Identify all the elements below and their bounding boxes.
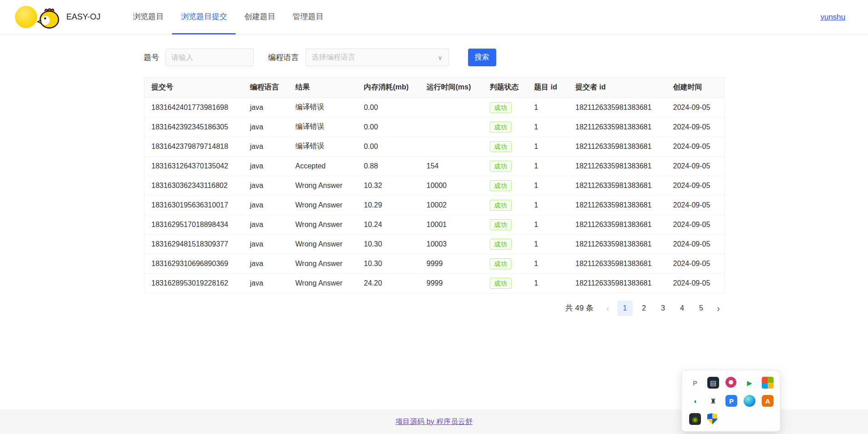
result-value: Wrong Answer xyxy=(296,201,343,209)
security-shield-icon[interactable] xyxy=(707,413,717,424)
cell-time: 154 xyxy=(419,156,483,176)
table-row[interactable]: 1831628953019228162 java Wrong Answer 24… xyxy=(144,273,724,293)
submitter-id-value: 1821126335981383681 xyxy=(576,260,652,267)
cell-memory: 10.32 xyxy=(357,176,419,195)
table-row[interactable]: 1831630362343116802 java Wrong Answer 10… xyxy=(144,176,724,195)
created-time-value: 2024-09-05 xyxy=(673,162,710,170)
cell-status: 成功 xyxy=(483,254,527,273)
cell-status: 成功 xyxy=(483,215,527,234)
cell-submitter-id: 1821126335981383681 xyxy=(568,98,666,117)
cell-submitter-id: 1821126335981383681 xyxy=(568,234,666,254)
problem-id-input[interactable] xyxy=(166,49,254,66)
pink-ring-icon[interactable] xyxy=(725,377,736,388)
dark-terminal-icon[interactable]: ▤ xyxy=(707,377,719,389)
green-play-icon[interactable]: ▶ xyxy=(744,377,755,389)
table-row[interactable]: 1831629310696890369 java Wrong Answer 10… xyxy=(144,254,724,273)
user-link[interactable]: yunshu xyxy=(820,13,845,22)
cell-submission-id: 1831631264370135042 xyxy=(144,156,243,176)
table-row[interactable]: 1831629517018898434 java Wrong Answer 10… xyxy=(144,215,724,234)
cell-result: 编译错误 xyxy=(288,98,357,117)
col-memory: 内存消耗(mb) xyxy=(357,78,419,98)
memory-value: 0.00 xyxy=(364,104,378,111)
cell-result: Wrong Answer xyxy=(288,273,357,293)
blue-p-app-icon[interactable]: P xyxy=(725,395,737,407)
memory-value: 10.29 xyxy=(364,201,382,209)
chicken-mascot-icon xyxy=(36,5,61,30)
cell-status: 成功 xyxy=(483,176,527,195)
language-value: java xyxy=(250,104,263,111)
cell-memory: 10.30 xyxy=(357,234,419,254)
prev-page-icon[interactable]: ‹ xyxy=(602,301,614,316)
cell-submitter-id: 1821126335981383681 xyxy=(568,117,666,137)
cell-memory: 0.00 xyxy=(357,137,419,156)
problem-id-value: 1 xyxy=(534,162,538,170)
cell-submission-id: 1831642401773981698 xyxy=(144,98,243,117)
cell-time xyxy=(419,137,483,156)
created-time-value: 2024-09-05 xyxy=(673,201,710,209)
table-row[interactable]: 1831631264370135042 java Accepted 0.88 1… xyxy=(144,156,724,176)
cell-language: java xyxy=(243,117,288,137)
nav-browse-submissions[interactable]: 浏览题目提交 xyxy=(172,0,236,35)
submission-id-value: 1831630362343116802 xyxy=(152,182,228,189)
cell-submitter-id: 1821126335981383681 xyxy=(568,195,666,215)
memory-value: 10.30 xyxy=(364,240,382,248)
language-select[interactable]: 选择编程语言 ∨ xyxy=(306,49,449,66)
cell-status: 成功 xyxy=(483,98,527,117)
table-row[interactable]: 1831642379879714818 java 编译错误 0.00 成功 1 … xyxy=(144,137,724,156)
submitter-id-value: 1821126335981383681 xyxy=(576,182,652,189)
cell-submission-id: 1831642379879714818 xyxy=(144,137,243,156)
table-row[interactable]: 1831642401773981698 java 编译错误 0.00 成功 1 … xyxy=(144,98,724,117)
nav-create-problem[interactable]: 创建题目 xyxy=(236,0,284,35)
orange-a-app-icon[interactable]: A xyxy=(762,395,774,407)
cell-time: 10001 xyxy=(419,215,483,234)
cell-created: 2024-09-05 xyxy=(666,195,724,215)
search-button[interactable]: 搜索 xyxy=(468,49,496,66)
cell-status: 成功 xyxy=(483,156,527,176)
submitter-id-value: 1821126335981383681 xyxy=(576,279,652,287)
result-value: 编译错误 xyxy=(296,123,325,130)
time-value: 9999 xyxy=(427,279,443,287)
page-2-button[interactable]: 2 xyxy=(636,301,652,316)
cell-language: java xyxy=(243,98,288,117)
nvidia-settings-icon[interactable]: ◉ xyxy=(689,413,701,425)
cell-created: 2024-09-05 xyxy=(666,117,724,137)
problem-id-value: 1 xyxy=(534,279,538,287)
language-select-placeholder: 选择编程语言 xyxy=(312,53,355,62)
next-page-icon[interactable]: › xyxy=(713,301,725,316)
page-5-button[interactable]: 5 xyxy=(694,301,709,316)
submitter-id-value: 1821126335981383681 xyxy=(576,104,652,111)
table-row[interactable]: 1831642392345186305 java 编译错误 0.00 成功 1 … xyxy=(144,117,724,137)
memory-value: 0.88 xyxy=(364,162,378,170)
nav-browse-problems[interactable]: 浏览题目 xyxy=(124,0,172,35)
time-value: 10001 xyxy=(427,221,447,228)
cell-submitter-id: 1821126335981383681 xyxy=(568,273,666,293)
language-value: java xyxy=(250,182,263,189)
submission-id-value: 1831642379879714818 xyxy=(152,143,228,150)
cell-result: Wrong Answer xyxy=(288,176,357,195)
col-time: 运行时间(ms) xyxy=(419,78,483,98)
page-1-button[interactable]: 1 xyxy=(617,301,633,316)
brand-title: EASY-OJ xyxy=(66,12,100,22)
page-4-button[interactable]: 4 xyxy=(675,301,690,316)
chevron-down-icon: ∨ xyxy=(438,54,442,61)
cell-result: Wrong Answer xyxy=(288,234,357,254)
result-value: Wrong Answer xyxy=(296,221,343,228)
blue-swirl-icon[interactable]: ◖ xyxy=(689,395,701,407)
cell-result: Wrong Answer xyxy=(288,254,357,273)
table-row[interactable]: 1831629481518309377 java Wrong Answer 10… xyxy=(144,234,724,254)
gray-p-tool-icon[interactable]: P xyxy=(689,377,701,389)
pagination: 共 49 条 ‹ 1 2 3 4 5 › xyxy=(144,301,725,316)
source-code-link[interactable]: 项目源码 by 程序员云舒 xyxy=(395,417,473,427)
cell-language: java xyxy=(243,156,288,176)
table-row[interactable]: 1831630195636310017 java Wrong Answer 10… xyxy=(144,195,724,215)
windows-store-icon[interactable] xyxy=(762,377,774,389)
dark-castle-icon[interactable]: ♜ xyxy=(707,395,719,407)
language-value: java xyxy=(250,279,263,287)
nav-manage-problems[interactable]: 管理题目 xyxy=(284,0,332,35)
page-3-button[interactable]: 3 xyxy=(656,301,671,316)
status-badge: 成功 xyxy=(490,278,512,289)
cell-created: 2024-09-05 xyxy=(666,137,724,156)
edge-globe-icon[interactable] xyxy=(744,395,755,407)
taskbar-overflow-popup: P▤▶◖♜PA◉ xyxy=(681,370,780,432)
created-time-value: 2024-09-05 xyxy=(673,279,710,287)
